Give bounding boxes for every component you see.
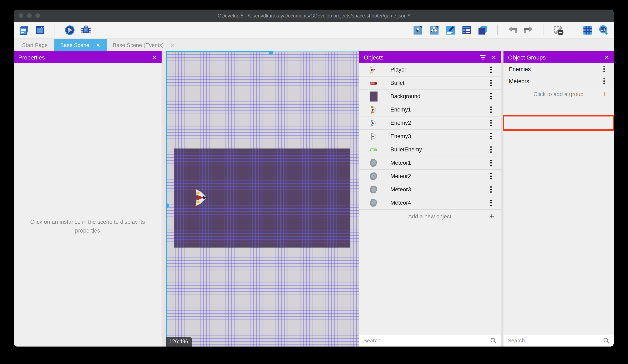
play-preview-icon[interactable] — [64, 24, 75, 36]
add-object-icon[interactable] — [412, 24, 423, 36]
grid-icon[interactable] — [582, 24, 593, 36]
group-row-meteors[interactable]: Meteors — [503, 75, 614, 87]
search-icon — [603, 337, 610, 344]
row-menu-kebab-icon[interactable] — [489, 79, 493, 87]
enemy-orange-icon — [368, 105, 378, 115]
object-row-meteor3[interactable]: Meteor3 — [359, 183, 501, 196]
object-row-enemy1[interactable]: Enemy1 — [359, 103, 501, 117]
scene-canvas[interactable]: 126;496 — [165, 51, 359, 347]
close-window-button[interactable] — [19, 13, 23, 18]
row-menu-kebab-icon[interactable] — [489, 106, 493, 113]
player-ship-icon — [368, 65, 378, 75]
undo-icon[interactable] — [506, 24, 518, 36]
row-label: Enemy2 — [391, 120, 489, 126]
tab-label: Base Scene (Events) — [113, 42, 164, 48]
row-label: Meteor2 — [391, 173, 489, 179]
close-panel-icon[interactable]: ✕ — [605, 54, 609, 61]
row-menu-kebab-icon[interactable] — [489, 66, 493, 73]
row-menu-kebab-icon[interactable] — [489, 146, 493, 153]
debug-icon[interactable] — [80, 24, 92, 36]
row-label: Background — [391, 93, 489, 99]
redo-icon[interactable] — [523, 24, 534, 36]
title-bar: GDevelop 5 - /Users/dkarakay/Documents/G… — [14, 9, 614, 22]
object-groups-panel-header: Object Groups ✕ — [503, 51, 614, 63]
row-menu-kebab-icon[interactable] — [489, 132, 493, 140]
object-row-background[interactable]: Background — [359, 90, 501, 103]
add-group-label: Click to add a group — [503, 91, 603, 97]
properties-panel-body: Click on an instance in the scene to dis… — [14, 63, 161, 347]
tab-base-scene[interactable]: Base Scene ✕ — [54, 39, 107, 51]
toolbar-separator — [573, 25, 573, 35]
row-label: Enemy3 — [391, 133, 489, 139]
edit-properties-icon[interactable] — [444, 24, 456, 36]
close-panel-icon[interactable]: ✕ — [491, 54, 496, 61]
row-menu-kebab-icon[interactable] — [489, 199, 493, 207]
object-row-player[interactable]: Player — [359, 63, 501, 76]
row-menu-kebab-icon[interactable] — [489, 92, 493, 100]
object-row-enemy3[interactable]: Enemy3 — [359, 130, 501, 143]
close-tab-icon[interactable]: ✕ — [170, 42, 175, 48]
toolbar-separator — [543, 25, 544, 35]
properties-panel-header: Properties ✕ — [14, 51, 161, 63]
row-menu-kebab-icon[interactable] — [489, 185, 493, 193]
add-group-row[interactable]: Click to add a group + — [503, 87, 614, 101]
tab-start-page[interactable]: Start Page — [16, 39, 54, 51]
objects-search-input[interactable] — [363, 337, 490, 344]
selection-handle-left[interactable] — [165, 203, 169, 208]
zoom-original-icon[interactable]: 1:1 — [598, 24, 610, 36]
selection-border-top — [165, 51, 272, 53]
panel-gap — [501, 51, 503, 347]
row-menu-kebab-icon[interactable] — [602, 77, 606, 85]
plus-icon: + — [603, 89, 607, 99]
cursor-coordinates-badge: 126;496 — [165, 337, 192, 347]
svg-text:1:1: 1:1 — [601, 27, 605, 31]
object-groups-panel: Object Groups ✕ EnemiesMeteors Click to … — [503, 51, 614, 347]
background-swatch-icon — [368, 91, 378, 101]
object-row-meteor4[interactable]: Meteor4 — [359, 196, 501, 210]
row-label: BulletEnemy — [391, 146, 489, 153]
row-label: Meteor4 — [391, 200, 489, 206]
row-menu-kebab-icon[interactable] — [489, 119, 493, 127]
project-manager-icon[interactable] — [18, 24, 30, 36]
clear-selection-mask-icon[interactable] — [552, 24, 564, 36]
row-label: Enemies — [509, 66, 602, 72]
toolbar-separator — [497, 25, 498, 35]
objects-list-icon[interactable] — [461, 24, 472, 36]
panel-title: Properties — [18, 54, 45, 61]
object-row-bulletenemy[interactable]: BulletEnemy — [359, 143, 501, 156]
panel-resizer[interactable] — [161, 51, 165, 347]
groups-search-input[interactable] — [508, 337, 603, 344]
object-row-enemy2[interactable]: Enemy2 — [359, 117, 501, 130]
close-tab-icon[interactable]: ✕ — [96, 42, 100, 48]
bullet-green-icon — [368, 145, 378, 155]
group-row-enemies[interactable]: Enemies — [503, 63, 614, 75]
row-label: Player — [391, 66, 489, 73]
layers-icon[interactable] — [477, 24, 488, 36]
selection-border-top-light — [272, 51, 359, 53]
toolbar-right-group: 1:1 — [412, 24, 610, 36]
row-label: Meteors — [509, 78, 602, 84]
row-menu-kebab-icon[interactable] — [489, 159, 493, 167]
enemy-gray-icon — [368, 131, 378, 141]
row-menu-kebab-icon[interactable] — [602, 65, 606, 73]
instances-list-icon[interactable] — [428, 24, 440, 36]
properties-panel: Properties ✕ Click on an instance in the… — [14, 51, 161, 347]
object-row-meteor1[interactable]: Meteor1 — [359, 156, 501, 170]
toolbar-left-group — [18, 24, 92, 36]
objects-search-bar — [359, 334, 501, 347]
minimize-window-button[interactable] — [27, 13, 32, 18]
object-row-meteor2[interactable]: Meteor2 — [359, 170, 501, 183]
close-panel-icon[interactable]: ✕ — [152, 54, 157, 61]
add-object-row[interactable]: Add a new object + — [359, 210, 501, 223]
maximize-window-button[interactable] — [35, 13, 40, 18]
selection-handle-top[interactable] — [268, 51, 273, 55]
filter-icon[interactable] — [480, 55, 485, 60]
row-menu-kebab-icon[interactable] — [489, 172, 493, 180]
meteor-icon — [368, 184, 378, 194]
tab-base-scene-events[interactable]: Base Scene (Events) ✕ — [107, 39, 181, 51]
player-instance[interactable] — [194, 188, 209, 208]
groups-search-bar — [503, 334, 614, 347]
row-label: Meteor3 — [391, 186, 489, 193]
open-scene-editor-icon[interactable] — [34, 24, 46, 36]
object-row-bullet[interactable]: Bullet — [359, 76, 501, 90]
